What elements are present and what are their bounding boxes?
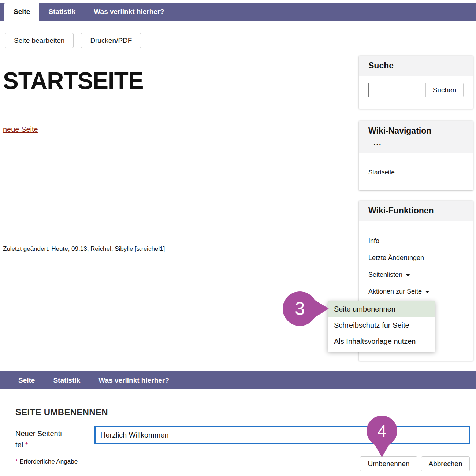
menu-item-inhaltsvorlage[interactable]: Als Inhaltsvorlage nutzen [328,333,435,349]
required-asterisk: * [25,441,28,449]
wiki-navigation-title: Wiki-Navigation [359,121,473,139]
top-navbar: Seite Statistik Was verlinkt hierher? [0,3,476,21]
tab-was-verlinkt-hierher-2[interactable]: Was verlinkt hierher? [89,371,178,389]
page-toolbar: Seite bearbeiten Drucken/PDF [5,33,141,48]
annotation-step-3-number: 3 [295,298,305,319]
new-title-label-line1: Neuer Seitenti- [15,429,64,438]
print-pdf-button[interactable]: Drucken/PDF [81,33,141,48]
function-link-aktionen-label: Aktionen zur Seite [368,288,422,295]
annotation-step-3-balloon: 3 [283,291,329,326]
aktionen-dropdown-menu: Seite umbenennen Schreibschutz für Seite… [328,301,435,352]
rename-submit-button[interactable]: Umbenennen [360,456,417,471]
new-title-label-line2: tel [15,441,23,449]
search-panel: Suche Suchen [359,56,473,109]
required-note-text: Erforderliche Angabe [19,458,78,465]
function-link-info[interactable]: Info [368,237,464,245]
neue-seite-link[interactable]: neue Seite [3,125,38,134]
function-link-seitenlisten[interactable]: Seitenlisten [368,271,464,279]
new-title-input[interactable] [94,426,470,444]
menu-item-seite-umbenennen[interactable]: Seite umbenennen [328,301,435,317]
rename-form-heading: SEITE UMBENENNEN [15,407,108,417]
bottom-navbar: Seite Statistik Was verlinkt hierher? [0,371,476,389]
wiki-functions-title: Wiki-Funktionen [359,201,473,221]
search-input[interactable] [368,83,425,97]
breadcrumb-ellipsis[interactable]: ... [359,139,473,153]
last-modified-text: Zuletzt geändert: Heute, 09:13, Reichel,… [3,245,165,253]
edit-page-button[interactable]: Seite bearbeiten [5,33,74,48]
wiki-screen: Seite Statistik Was verlinkt hierher? Se… [0,0,476,476]
menu-item-schreibschutz[interactable]: Schreibschutz für Seite [328,317,435,333]
tab-seite[interactable]: Seite [4,3,39,21]
tab-seite-2[interactable]: Seite [9,371,44,389]
required-note: * Erforderliche Angabe [15,458,78,465]
required-asterisk: * [15,458,18,465]
caret-down-icon [406,274,410,276]
wiki-navigation-panel: Wiki-Navigation ... Startseite [359,121,473,190]
search-panel-title: Suche [359,56,473,76]
search-button[interactable]: Suchen [425,83,464,97]
tab-statistik[interactable]: Statistik [39,3,85,21]
new-title-label: Neuer Seitenti-tel * [15,428,64,451]
function-link-letzte-aenderungen[interactable]: Letzte Änderungen [368,254,464,262]
function-link-aktionen-zur-seite[interactable]: Aktionen zur Seite [368,287,464,295]
function-link-seitenlisten-label: Seitenlisten [368,271,402,278]
tab-was-verlinkt-hierher[interactable]: Was verlinkt hierher? [85,3,174,21]
caret-down-icon [425,291,429,293]
sidebar-item-startseite[interactable]: Startseite [368,169,395,176]
page-title: STARTSEITE [3,67,144,94]
tab-statistik-2[interactable]: Statistik [44,371,89,389]
rename-cancel-button[interactable]: Abbrechen [421,456,470,471]
title-divider [3,105,351,105]
